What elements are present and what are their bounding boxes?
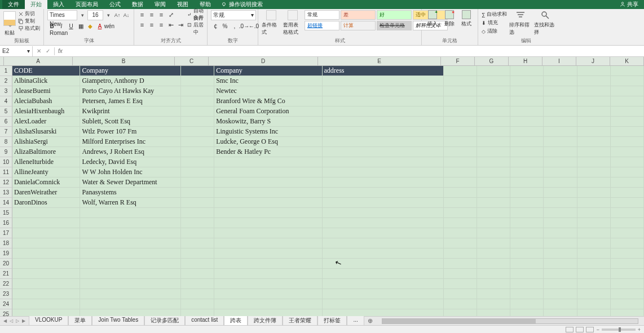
cell-I17[interactable] (544, 228, 577, 238)
cell-E23[interactable] (323, 289, 444, 299)
style-link[interactable]: 超链接 (305, 21, 339, 30)
cell-J7[interactable] (577, 127, 611, 137)
cell-A7[interactable]: AlishaSlusarski (12, 127, 80, 137)
cell-J11[interactable] (577, 167, 611, 177)
cell-E1[interactable]: address (323, 66, 444, 76)
cell-B23[interactable] (80, 289, 181, 299)
cell-I14[interactable] (544, 198, 577, 208)
delete-button[interactable]: 删除 (442, 10, 457, 28)
cell-C10[interactable] (181, 157, 214, 167)
col-header-B[interactable]: B (73, 57, 175, 65)
number-format-select[interactable]: 常规▾ (211, 10, 256, 20)
cell-G22[interactable] (477, 279, 510, 289)
style-normal[interactable]: 常规 (305, 10, 339, 20)
cell-D3[interactable]: Newtec (214, 86, 322, 96)
cell-B5[interactable]: Kwikprint (80, 106, 181, 117)
cell-H14[interactable] (510, 198, 544, 208)
col-header-J[interactable]: J (576, 57, 610, 65)
comma-button[interactable]: , (230, 21, 239, 30)
cell-K15[interactable] (611, 208, 644, 218)
cell-J20[interactable] (577, 259, 611, 269)
font-name-select[interactable]: Times New Roman (47, 10, 77, 20)
cell-B13[interactable]: Panasystems (80, 188, 181, 198)
cell-C5[interactable] (181, 106, 214, 117)
cell-C14[interactable] (181, 198, 214, 208)
format-painter-button[interactable]: 格式刷 (18, 25, 40, 32)
cell-K12[interactable] (611, 177, 644, 188)
cell-G4[interactable] (477, 96, 510, 106)
cell-G16[interactable] (477, 218, 510, 228)
cell-J9[interactable] (577, 147, 611, 157)
row-header-17[interactable]: 17 (0, 228, 12, 238)
font-dropdown-icon[interactable]: ▾ (78, 10, 86, 20)
row-header-15[interactable]: 15 (0, 208, 12, 218)
cell-H22[interactable] (510, 279, 544, 289)
cell-D12[interactable] (214, 177, 322, 188)
row-header-23[interactable]: 23 (0, 289, 12, 299)
cell-A12[interactable]: DanielaComnick (12, 177, 80, 188)
cell-J14[interactable] (577, 198, 611, 208)
cell-I13[interactable] (544, 188, 577, 198)
cell-E11[interactable] (323, 167, 444, 177)
menu-页面布局[interactable]: 页面布局 (70, 0, 104, 9)
cell-H19[interactable] (510, 248, 544, 259)
cell-I6[interactable] (544, 117, 577, 127)
cell-A17[interactable] (12, 228, 80, 238)
indent-dec-button[interactable]: ⇤ (166, 20, 175, 29)
col-header-E[interactable]: E (318, 57, 441, 65)
cell-K13[interactable] (611, 188, 644, 198)
cell-I18[interactable] (544, 238, 577, 248)
sheet-tab-记录多匹配[interactable]: 记录多匹配 (144, 316, 185, 326)
cell-D8[interactable]: Ludcke, George O Esq (214, 137, 322, 147)
cell-K19[interactable] (611, 248, 644, 259)
format-button[interactable]: 格式 (459, 10, 474, 28)
cell-J8[interactable] (577, 137, 611, 147)
cell-H11[interactable] (510, 167, 544, 177)
row-header-3[interactable]: 3 (0, 86, 12, 96)
sheet-nav-next[interactable]: ▷ (15, 318, 20, 325)
cell-G8[interactable] (477, 137, 510, 147)
cell-H15[interactable] (510, 208, 544, 218)
align-left-button[interactable]: ≡ (138, 20, 147, 29)
cell-H18[interactable] (510, 238, 544, 248)
cell-F13[interactable] (444, 188, 477, 198)
cell-I12[interactable] (544, 177, 577, 188)
cell-A24[interactable] (12, 299, 80, 309)
cell-K3[interactable] (611, 86, 644, 96)
copy-button[interactable]: 复制 (18, 17, 40, 25)
zoom-out-button[interactable]: − (596, 327, 599, 332)
cell-C24[interactable] (181, 299, 214, 309)
row-header-2[interactable]: 2 (0, 76, 12, 86)
page-layout-button[interactable] (576, 327, 584, 332)
cell-A13[interactable]: DarenWeirather (12, 188, 80, 198)
cell-D13[interactable] (214, 188, 322, 198)
font-size-select[interactable]: 16 (87, 10, 103, 20)
cell-C13[interactable] (181, 188, 214, 198)
add-sheet-button[interactable]: ⊕ (364, 317, 376, 325)
menu-审阅[interactable]: 审阅 (149, 0, 171, 9)
cell-I3[interactable] (544, 86, 577, 96)
cell-G15[interactable] (477, 208, 510, 218)
cell-E5[interactable] (323, 106, 444, 117)
cell-J16[interactable] (577, 218, 611, 228)
sheet-tab-打标签[interactable]: 打标签 (317, 316, 347, 326)
cell-B6[interactable]: Sublett, Scott Esq (80, 117, 181, 127)
cell-F19[interactable] (444, 248, 477, 259)
cell-E19[interactable] (323, 248, 444, 259)
cell-G17[interactable] (477, 228, 510, 238)
cell-C3[interactable] (181, 86, 214, 96)
cell-I4[interactable] (544, 96, 577, 106)
style-check[interactable]: 检查单元格 (377, 21, 412, 30)
cell-A21[interactable] (12, 269, 80, 279)
cell-G6[interactable] (477, 117, 510, 127)
cell-K4[interactable] (611, 96, 644, 106)
cell-I16[interactable] (544, 218, 577, 228)
cell-A4[interactable]: AleciaBubash (12, 96, 80, 106)
cell-D14[interactable] (214, 198, 322, 208)
sheet-nav-last[interactable]: ▶ (21, 318, 27, 325)
cell-K18[interactable] (611, 238, 644, 248)
cell-B20[interactable] (80, 259, 181, 269)
cell-C21[interactable] (181, 269, 214, 279)
cell-A6[interactable]: AlexLoader (12, 117, 80, 127)
clear-button[interactable]: ◇ 清除 (482, 27, 507, 35)
